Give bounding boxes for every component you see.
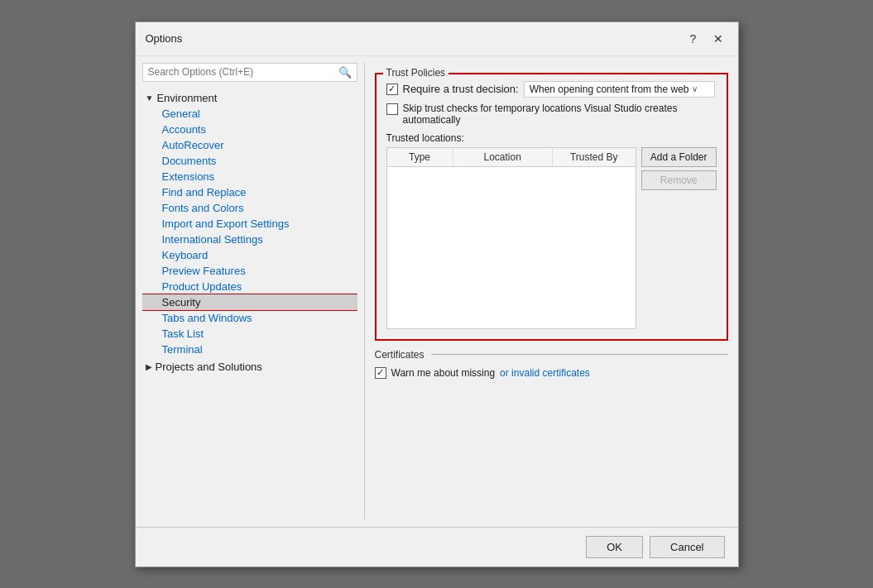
- title-actions: ? ✕: [684, 29, 728, 49]
- accounts-label: Accounts: [162, 123, 206, 136]
- skip-check-text: Skip trust checks for temporary location…: [403, 103, 717, 126]
- tree-item-projects[interactable]: ▶ Projects and Solutions: [142, 359, 357, 375]
- trust-policies-label: Trust Policies: [383, 67, 449, 79]
- dropdown-arrow-icon: ∨: [692, 84, 698, 93]
- tree-item-find-replace[interactable]: Find and Replace: [142, 184, 357, 200]
- task-list-label: Task List: [162, 327, 204, 340]
- ok-button[interactable]: OK: [586, 536, 643, 558]
- import-export-label: Import and Export Settings: [162, 218, 290, 230]
- options-dialog: Options ? ✕ 🔍 ▼ Environment General: [135, 22, 739, 567]
- autorecover-label: AutoRecover: [162, 139, 224, 151]
- warn-certs-checkbox[interactable]: [375, 367, 386, 379]
- tree-item-fonts-colors[interactable]: Fonts and Colors: [142, 200, 357, 216]
- product-updates-label: Product Updates: [162, 280, 242, 293]
- find-replace-label: Find and Replace: [162, 186, 247, 198]
- preview-features-label: Preview Features: [162, 265, 246, 277]
- certs-divider: Certificates: [375, 349, 728, 361]
- trust-dropdown[interactable]: When opening content from the web ∨: [524, 81, 716, 98]
- tree-item-general[interactable]: General: [142, 106, 357, 122]
- require-trust-text: Require a trust decision:: [403, 83, 519, 95]
- tree-item-terminal[interactable]: Terminal: [142, 342, 357, 357]
- projects-label: Projects and Solutions: [156, 361, 262, 373]
- tree-item-product-updates[interactable]: Product Updates: [142, 279, 357, 294]
- tree-item-autorecover[interactable]: AutoRecover: [142, 137, 357, 153]
- trust-policies-group: Trust Policies Require a trust decision:…: [375, 73, 728, 341]
- certificates-section: Certificates Warn me about missing or in…: [375, 349, 728, 379]
- help-button[interactable]: ?: [684, 29, 703, 49]
- tree-item-accounts[interactable]: Accounts: [142, 122, 357, 137]
- international-label: International Settings: [162, 233, 263, 246]
- skip-check-row: Skip trust checks for temporary location…: [386, 103, 717, 126]
- close-button[interactable]: ✕: [708, 29, 728, 49]
- col-type: Type: [387, 148, 453, 166]
- tree-item-task-list[interactable]: Task List: [142, 326, 357, 342]
- trust-dropdown-value: When opening content from the web: [530, 84, 689, 95]
- security-label: Security: [162, 296, 201, 308]
- tabs-windows-label: Tabs and Windows: [162, 312, 252, 324]
- dialog-footer: OK Cancel: [136, 527, 738, 566]
- vertical-divider: [364, 63, 365, 520]
- tree-item-tabs-windows[interactable]: Tabs and Windows: [142, 310, 357, 326]
- locations-container: Type Location Trusted By Add a Folder Re…: [386, 147, 717, 329]
- expand-arrow: ▼: [146, 93, 154, 103]
- keyboard-label: Keyboard: [162, 249, 209, 261]
- warn-certs-link[interactable]: or invalid certificates: [500, 367, 590, 379]
- tree-item-preview-features[interactable]: Preview Features: [142, 263, 357, 279]
- tree-item-keyboard[interactable]: Keyboard: [142, 247, 357, 263]
- locations-actions: Add a Folder Remove: [641, 147, 717, 190]
- require-trust-checkbox[interactable]: [386, 84, 398, 95]
- right-panel: Trust Policies Require a trust decision:…: [372, 63, 731, 520]
- tree-item-import-export[interactable]: Import and Export Settings: [142, 216, 357, 232]
- general-label: General: [162, 108, 200, 120]
- tree-item-environment[interactable]: ▼ Environment: [142, 90, 357, 106]
- certs-label: Certificates: [375, 349, 425, 361]
- terminal-label: Terminal: [162, 343, 203, 356]
- dialog-body: 🔍 ▼ Environment General Accounts AutoRec…: [136, 56, 738, 527]
- certs-divider-line: [431, 354, 728, 355]
- warn-certs-text: Warn me about missing: [391, 367, 496, 379]
- table-body: [387, 167, 636, 324]
- skip-check-checkbox[interactable]: [386, 103, 398, 115]
- remove-button[interactable]: Remove: [641, 170, 717, 190]
- search-icon: 🔍: [338, 66, 352, 79]
- col-trusted-by: Trusted By: [553, 148, 636, 166]
- title-bar: Options ? ✕: [136, 22, 738, 56]
- tree-item-international[interactable]: International Settings: [142, 232, 357, 247]
- search-input[interactable]: [148, 66, 338, 78]
- left-panel: 🔍 ▼ Environment General Accounts AutoRec…: [142, 63, 357, 520]
- extensions-label: Extensions: [162, 170, 215, 183]
- tree-view: ▼ Environment General Accounts AutoRecov…: [142, 90, 357, 520]
- expand-arrow-projects: ▶: [146, 362, 152, 371]
- cancel-button[interactable]: Cancel: [650, 536, 724, 558]
- trusted-locations-label: Trusted locations:: [386, 132, 717, 144]
- documents-label: Documents: [162, 155, 217, 167]
- search-box[interactable]: 🔍: [142, 63, 357, 82]
- tree-item-documents[interactable]: Documents: [142, 153, 357, 169]
- environment-label: Environment: [156, 92, 217, 104]
- table-header: Type Location Trusted By: [387, 148, 636, 167]
- require-trust-row: Require a trust decision: When opening c…: [386, 81, 717, 98]
- fonts-colors-label: Fonts and Colors: [162, 202, 244, 214]
- col-location: Location: [453, 148, 553, 166]
- dialog-title: Options: [146, 32, 183, 45]
- cert-warn-row: Warn me about missing or invalid certifi…: [375, 367, 728, 379]
- tree-item-security[interactable]: Security: [142, 294, 357, 310]
- tree-item-extensions[interactable]: Extensions: [142, 169, 357, 184]
- locations-table: Type Location Trusted By: [386, 147, 636, 329]
- add-folder-button[interactable]: Add a Folder: [641, 147, 717, 167]
